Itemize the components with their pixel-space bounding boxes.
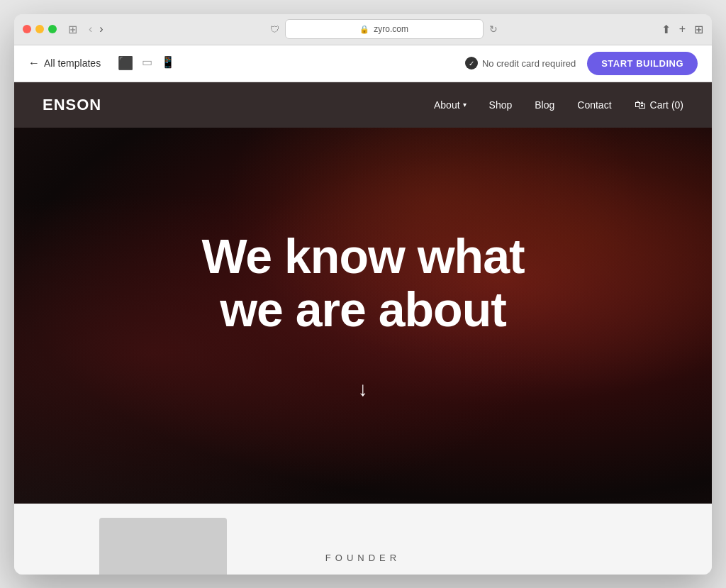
hero-line-1: We know what bbox=[201, 230, 524, 283]
back-nav-arrow[interactable]: ‹ bbox=[86, 21, 95, 37]
no-credit-card-label: ✓ No credit card required bbox=[465, 57, 576, 70]
desktop-icon[interactable]: ⬛ bbox=[118, 55, 133, 71]
browser-window: ⊞ ‹ › 🛡 🔒 zyro.com ↻ ⬆ + ⊞ ← All templat… bbox=[14, 14, 712, 575]
shield-icon: 🛡 bbox=[270, 24, 279, 35]
sidebar-toggle[interactable]: ⊞ bbox=[68, 23, 77, 36]
minimize-button[interactable] bbox=[35, 25, 44, 33]
hero-text: We know what we are about bbox=[201, 230, 524, 336]
nav-about-label: About bbox=[434, 99, 460, 111]
website-preview: ENSON About ▾ Shop Blog Contact 🛍 Cart (… bbox=[14, 82, 712, 575]
start-building-button[interactable]: START BUILDING bbox=[587, 52, 698, 75]
close-button[interactable] bbox=[23, 25, 31, 33]
nav-cart[interactable]: 🛍 Cart (0) bbox=[635, 99, 683, 111]
nav-shop[interactable]: Shop bbox=[489, 99, 513, 111]
site-logo: ENSON bbox=[43, 96, 101, 114]
chevron-down-icon: ▾ bbox=[463, 101, 467, 109]
title-bar-right: ⬆ + ⊞ bbox=[661, 23, 703, 36]
traffic-lights bbox=[23, 25, 57, 33]
hero-section: We know what we are about ↓ bbox=[14, 128, 712, 504]
founder-image-placeholder bbox=[99, 518, 227, 575]
below-hero-section: FOUNDER bbox=[14, 504, 712, 575]
nav-arrows: ‹ › bbox=[86, 21, 106, 37]
site-navbar: ENSON About ▾ Shop Blog Contact 🛍 Cart (… bbox=[14, 82, 712, 128]
maximize-button[interactable] bbox=[48, 25, 57, 33]
device-switcher: ⬛ ▭ 📱 bbox=[118, 55, 175, 71]
hero-headline: We know what we are about bbox=[201, 230, 524, 336]
cart-label: Cart (0) bbox=[650, 99, 683, 111]
scroll-down-icon[interactable]: ↓ bbox=[358, 378, 368, 401]
share-icon[interactable]: ⬆ bbox=[661, 23, 671, 36]
builder-toolbar: ← All templates ⬛ ▭ 📱 ✓ No credit card r… bbox=[14, 45, 712, 82]
toolbar-right: ✓ No credit card required START BUILDING bbox=[465, 52, 698, 75]
check-icon: ✓ bbox=[465, 57, 478, 70]
nav-blog[interactable]: Blog bbox=[535, 99, 554, 111]
title-bar: ⊞ ‹ › 🛡 🔒 zyro.com ↻ ⬆ + ⊞ bbox=[14, 14, 712, 45]
new-tab-icon[interactable]: + bbox=[679, 23, 686, 35]
url-text: zyro.com bbox=[374, 24, 408, 34]
cart-icon: 🛍 bbox=[635, 99, 646, 111]
no-credit-text: No credit card required bbox=[482, 58, 576, 69]
back-to-templates-button[interactable]: ← All templates bbox=[28, 57, 101, 70]
refresh-icon[interactable]: ↻ bbox=[489, 23, 498, 35]
mobile-icon[interactable]: 📱 bbox=[161, 55, 175, 71]
tablet-icon[interactable]: ▭ bbox=[142, 55, 152, 71]
site-nav-links: About ▾ Shop Blog Contact 🛍 Cart (0) bbox=[434, 99, 683, 111]
nav-contact[interactable]: Contact bbox=[577, 99, 611, 111]
hero-line-2: we are about bbox=[201, 283, 524, 336]
url-input[interactable]: 🔒 zyro.com bbox=[285, 19, 484, 39]
lock-icon: 🔒 bbox=[359, 25, 369, 34]
forward-nav-arrow[interactable]: › bbox=[96, 21, 106, 37]
back-label: All templates bbox=[44, 57, 101, 69]
grid-icon[interactable]: ⊞ bbox=[694, 23, 703, 36]
founder-label: FOUNDER bbox=[325, 553, 401, 563]
back-arrow-icon: ← bbox=[28, 57, 40, 70]
nav-about[interactable]: About ▾ bbox=[434, 99, 467, 111]
address-bar: 🛡 🔒 zyro.com ↻ bbox=[121, 19, 647, 39]
